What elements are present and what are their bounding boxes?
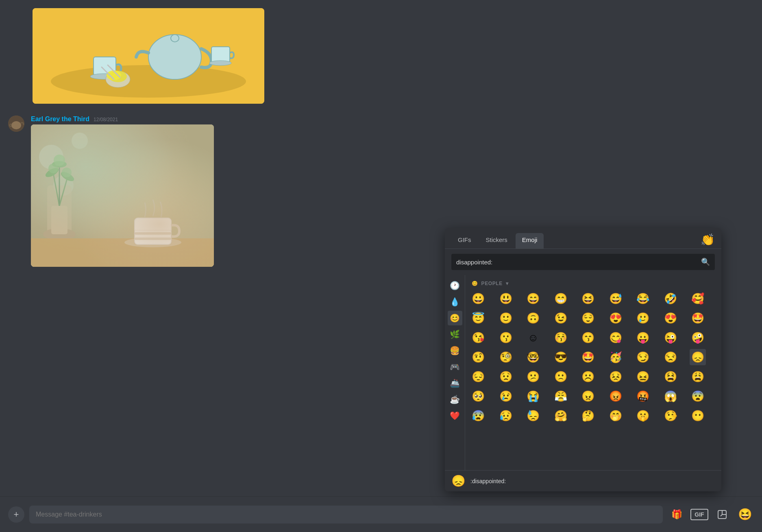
emoji-cell[interactable]: 🤬 — [635, 388, 651, 404]
svg-point-12 — [209, 61, 231, 65]
emoji-cell[interactable]: 😭 — [525, 388, 541, 404]
emoji-cell[interactable]: 😔 — [470, 368, 486, 385]
svg-point-27 — [44, 166, 60, 179]
emoji-cell[interactable]: 😱 — [662, 388, 679, 404]
emoji-cell[interactable]: 😅 — [607, 290, 624, 307]
category-btn-activity[interactable]: 🎮 — [448, 360, 462, 374]
username: Earl Grey the Third — [31, 116, 89, 123]
emoji-cell[interactable]: 🤫 — [635, 408, 651, 424]
category-btn-food[interactable]: 🍔 — [448, 343, 462, 358]
emoji-cell[interactable]: 😇 — [470, 310, 486, 326]
emoji-cell[interactable]: 😰 — [470, 408, 486, 424]
emoji-cell[interactable]: 😄 — [525, 290, 541, 307]
emoji-cell[interactable]: 🥳 — [607, 349, 624, 365]
emoji-cell[interactable]: 🥰 — [690, 290, 706, 307]
emoji-button[interactable]: 😆 — [736, 506, 754, 523]
emoji-cell[interactable]: 🙃 — [525, 310, 541, 326]
emoji-cell[interactable]: 🤗 — [553, 408, 569, 424]
emoji-cell[interactable]: 🤨 — [470, 349, 486, 365]
emoji-cell[interactable]: 😎 — [553, 349, 569, 365]
emoji-cell[interactable]: 🤩 — [690, 310, 706, 326]
emoji-cell[interactable]: 😕 — [525, 368, 541, 385]
emoji-cell[interactable]: 😓 — [525, 408, 541, 424]
chat-area: Earl Grey the Third 12/08/2021 — [0, 0, 762, 532]
emoji-category-header[interactable]: 😊 PEOPLE ▾ — [470, 278, 716, 289]
emoji-cell[interactable]: 😖 — [635, 368, 651, 385]
emoji-cell[interactable]: 🤭 — [607, 408, 624, 424]
picker-body: 🕐 💧 😊 🌿 🍔 🎮 🚢 ☕ ❤️ 😊 PEOPLE ▾ — [445, 275, 721, 470]
category-btn-nature[interactable]: 🌿 — [448, 327, 462, 342]
emoji-cell[interactable]: 😍 — [662, 310, 679, 326]
gif-button[interactable]: GIF — [690, 509, 708, 520]
emoji-cell[interactable]: 🥲 — [635, 310, 651, 326]
emoji-cell[interactable]: 😌 — [580, 310, 596, 326]
search-icon[interactable]: 🔍 — [701, 257, 710, 266]
category-btn-water[interactable]: 💧 — [448, 294, 462, 309]
emoji-cell[interactable]: ☺️ — [525, 329, 541, 346]
emoji-cell[interactable]: 🤔 — [580, 408, 596, 424]
message-bar: + 🎁 GIF 😆 — [0, 496, 762, 532]
emoji-cell[interactable]: 🙁 — [553, 368, 569, 385]
emoji-cell[interactable]: 😋 — [607, 329, 624, 346]
emoji-cell[interactable]: 😨 — [690, 388, 706, 404]
svg-rect-21 — [47, 185, 72, 234]
emoji-row-5: 😔 😟 😕 🙁 ☹️ 😣 😖 😫 😩 — [470, 367, 716, 386]
message-input[interactable] — [36, 511, 656, 518]
emoji-cell[interactable]: 🤥 — [662, 408, 679, 424]
emoji-cell[interactable]: 🤓 — [525, 349, 541, 365]
emoji-cell[interactable]: 😘 — [470, 329, 486, 346]
sticker-button[interactable] — [713, 506, 731, 523]
emoji-cell[interactable]: 😩 — [690, 368, 706, 385]
emoji-cell[interactable]: 🤩 — [580, 349, 596, 365]
emoji-cell[interactable]: 😥 — [498, 408, 514, 424]
avatar-image — [8, 116, 24, 132]
emoji-cell[interactable]: 🧐 — [498, 349, 514, 365]
emoji-cell[interactable]: 😙 — [580, 329, 596, 346]
category-btn-objects[interactable]: ☕ — [448, 392, 462, 407]
category-btn-symbols[interactable]: ❤️ — [448, 408, 462, 423]
emoji-cell[interactable]: 😏 — [635, 349, 651, 365]
emoji-cell[interactable]: 😣 — [607, 368, 624, 385]
emoji-cell[interactable]: 🤣 — [662, 290, 679, 307]
emoji-cell[interactable]: 😡 — [607, 388, 624, 404]
emoji-cell[interactable]: ☹️ — [580, 368, 596, 385]
svg-point-20 — [53, 175, 74, 196]
emoji-cell[interactable]: 😁 — [553, 290, 569, 307]
emoji-cell[interactable]: 😚 — [553, 329, 569, 346]
svg-point-29 — [59, 170, 75, 183]
corner-emoji[interactable]: 👏 — [701, 233, 715, 246]
emoji-cell[interactable]: 😠 — [580, 388, 596, 404]
category-btn-people[interactable]: 😊 — [448, 311, 462, 325]
svg-rect-23 — [51, 206, 67, 234]
emoji-cell[interactable]: 😃 — [498, 290, 514, 307]
emoji-cell[interactable]: 😉 — [553, 310, 569, 326]
emoji-cell[interactable]: 😜 — [662, 329, 679, 346]
category-btn-travel[interactable]: 🚢 — [448, 376, 462, 390]
preview-emoji: 😞 — [451, 474, 466, 488]
emoji-cell[interactable]: 🙂 — [498, 310, 514, 326]
tab-gifs[interactable]: GIFs — [451, 233, 478, 249]
gift-button[interactable]: 🎁 — [668, 506, 686, 523]
svg-point-22 — [43, 228, 76, 240]
emoji-cell[interactable]: 😀 — [470, 290, 486, 307]
emoji-cell[interactable]: 😛 — [635, 329, 651, 346]
emoji-cell[interactable]: 😟 — [498, 368, 514, 385]
emoji-cell[interactable]: 🥺 — [470, 388, 486, 404]
emoji-cell[interactable]: 😒 — [662, 349, 679, 365]
emoji-cell[interactable]: 😆 — [580, 290, 596, 307]
emoji-cell[interactable]: 😢 — [498, 388, 514, 404]
emoji-grid-area[interactable]: 😊 PEOPLE ▾ 😀 😃 😄 😁 😆 😅 😂 🤣 🥰 — [465, 275, 721, 470]
tab-stickers[interactable]: Stickers — [479, 233, 514, 249]
emoji-cell[interactable]: 😶 — [690, 408, 706, 424]
emoji-cell[interactable]: 🤪 — [690, 329, 706, 346]
tab-emoji[interactable]: Emoji — [516, 233, 544, 249]
emoji-cell[interactable]: 😍 — [607, 310, 624, 326]
emoji-cell[interactable]: 😗 — [498, 329, 514, 346]
search-input[interactable] — [456, 259, 701, 266]
emoji-cell[interactable]: 😤 — [553, 388, 569, 404]
category-btn-recent[interactable]: 🕐 — [448, 278, 462, 293]
emoji-cell-selected[interactable]: 😞 — [690, 349, 706, 365]
emoji-cell[interactable]: 😫 — [662, 368, 679, 385]
add-button[interactable]: + — [8, 506, 24, 523]
emoji-cell[interactable]: 😂 — [635, 290, 651, 307]
